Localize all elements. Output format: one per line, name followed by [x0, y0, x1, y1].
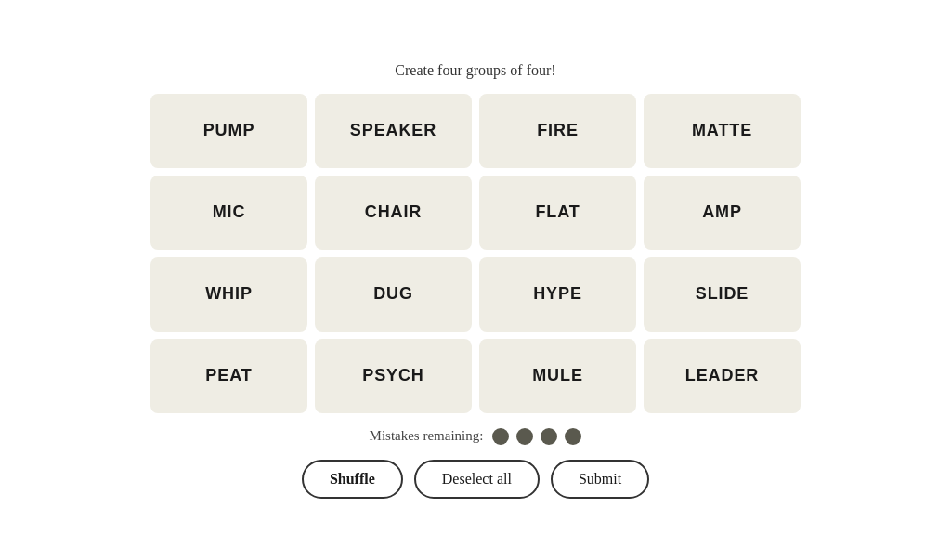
mistake-dot-2: [541, 428, 557, 445]
mistakes-label: Mistakes remaining:: [370, 428, 484, 444]
tile-fire[interactable]: FIRE: [479, 94, 636, 168]
tile-chair[interactable]: CHAIR: [315, 176, 472, 250]
tile-whip[interactable]: WHIP: [150, 257, 307, 332]
tile-amp[interactable]: AMP: [644, 176, 801, 250]
tile-dug[interactable]: DUG: [315, 257, 472, 332]
tile-mic[interactable]: MIC: [150, 176, 307, 250]
mistake-dot-3: [565, 428, 581, 445]
deselect-all-button[interactable]: Deselect all: [414, 460, 540, 499]
instructions-text: Create four groups of four!: [395, 62, 555, 79]
mistake-dot-1: [516, 428, 533, 445]
shuffle-button[interactable]: Shuffle: [302, 460, 403, 499]
tile-hype[interactable]: HYPE: [479, 257, 636, 332]
tile-psych[interactable]: PSYCH: [315, 339, 472, 413]
mistakes-row: Mistakes remaining:: [370, 428, 582, 445]
tile-flat[interactable]: FLAT: [479, 176, 636, 250]
tile-slide[interactable]: SLIDE: [644, 257, 801, 332]
tile-leader[interactable]: LEADER: [644, 339, 801, 413]
tile-matte[interactable]: MATTE: [644, 94, 801, 168]
tile-peat[interactable]: PEAT: [150, 339, 307, 413]
tile-speaker[interactable]: SPEAKER: [315, 94, 472, 168]
mistake-dot-0: [492, 428, 509, 445]
mistakes-dots: [492, 428, 581, 445]
buttons-row: Shuffle Deselect all Submit: [302, 460, 649, 499]
tile-grid: PUMPSPEAKERFIREMATTEMICCHAIRFLATAMPWHIPD…: [150, 94, 801, 413]
tile-mule[interactable]: MULE: [479, 339, 636, 413]
tile-pump[interactable]: PUMP: [150, 94, 307, 168]
game-container: Create four groups of four! PUMPSPEAKERF…: [150, 62, 801, 499]
submit-button[interactable]: Submit: [551, 460, 649, 499]
